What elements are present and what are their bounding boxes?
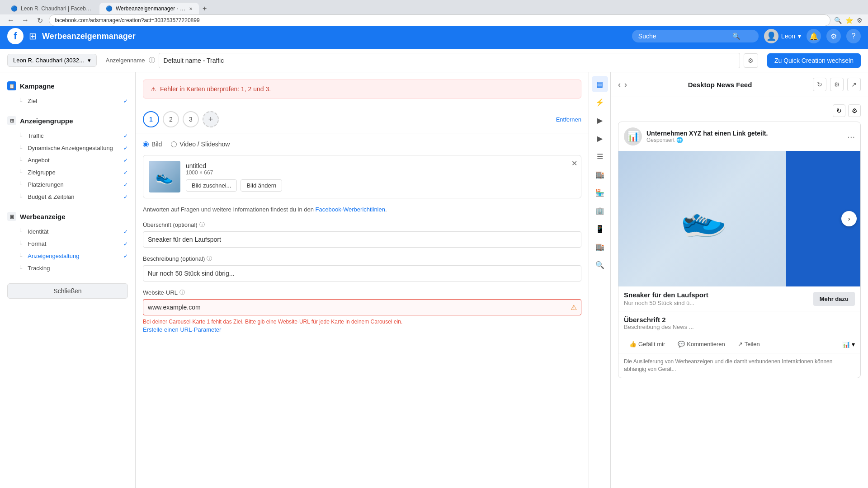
image-remove-icon[interactable]: ✕ — [571, 159, 577, 168]
account-selector[interactable]: Leon R. Chaudhari (3032... ▾ — [7, 54, 97, 67]
card-tab-1-label: 1 — [149, 116, 153, 123]
tab-favicon-1: 🔵 — [11, 5, 17, 12]
forward-button[interactable]: → — [20, 15, 31, 26]
user-badge[interactable]: 👤 Leon ▾ — [764, 29, 801, 43]
settings-button[interactable]: ⚙ — [826, 29, 841, 43]
werbeanzeige-label: Werbeanzeige — [20, 213, 66, 221]
info-link[interactable]: Facebook-Werberichtlinien — [316, 206, 385, 213]
card-tab-2[interactable]: 2 — [163, 111, 179, 127]
search-icon[interactable]: 🔍 — [732, 33, 740, 40]
preview-next-button[interactable]: › — [624, 80, 627, 89]
help-button[interactable]: ? — [846, 29, 861, 43]
preview-tool-news-feed[interactable]: ▤ — [592, 76, 608, 92]
change-image-button[interactable]: Bild ändern — [241, 179, 282, 192]
preview-external-button[interactable]: ↗ — [847, 78, 861, 91]
share-button[interactable]: ↗ Teilen — [732, 338, 765, 350]
facebook-logo: f — [7, 28, 24, 44]
radio-bild-input[interactable] — [143, 141, 149, 147]
sidebar: 📋 Kampagne └ Ziel ✓ ⊞ Anzeigengruppe └ T… — [0, 72, 136, 488]
sidebar-item-format[interactable]: └ Format ✓ — [7, 238, 128, 250]
sidebar-item-angebot[interactable]: └ Angebot ✓ — [7, 154, 128, 166]
sidebar-section-anzeigengruppe: ⊞ Anzeigengruppe └ Traffic ✓ └ Dynamisch… — [7, 116, 128, 203]
sidebar-item-platzierungen[interactable]: └ Platzierungen ✓ — [7, 178, 128, 191]
tab-facebook[interactable]: 🔵 Leon R. Chaudhari | Facebook — [5, 3, 99, 14]
globe-icon: 🌐 — [676, 137, 683, 143]
sidebar-item-tracking[interactable]: └ Tracking — [7, 262, 128, 274]
sidebar-item-zielgruppe[interactable]: └ Zielgruppe ✓ — [7, 166, 128, 178]
preview-tool-play[interactable]: ▶ — [592, 112, 608, 128]
add-tab-icon: + — [208, 115, 213, 124]
sidebar-item-anzeigengestaltung[interactable]: └ Anzeigengestaltung ✓ — [7, 250, 128, 262]
preview-settings-button[interactable]: ⚙ — [830, 78, 844, 91]
preview-content: ↻ ⚙ 📊 Unternehmen XYZ hat einen Link get… — [611, 97, 868, 488]
preview-tool-store4[interactable]: 🏬 — [592, 239, 608, 255]
user-name: Leon — [781, 33, 795, 40]
form-body: Bild Video / Slideshow 👟 untitled 1000 ×… — [136, 133, 589, 347]
sidebar-label-ziel: Ziel — [28, 98, 37, 104]
preview-tool-play2[interactable]: ▶ — [592, 130, 608, 146]
check-icon-format: ✓ — [123, 241, 128, 247]
quick-creation-button[interactable]: Zu Quick Creation wechseln — [767, 53, 861, 68]
carousel-next-button[interactable]: › — [841, 211, 857, 226]
preview-tool-store[interactable]: 🏬 — [592, 166, 608, 183]
preview-tool-store3[interactable]: 🏢 — [592, 202, 608, 219]
preview-tool-mobile[interactable]: 📱 — [592, 221, 608, 237]
radio-bild[interactable]: Bild — [143, 141, 162, 148]
radio-video[interactable]: Video / Slideshow — [171, 141, 230, 148]
sidebar-item-traffic[interactable]: └ Traffic ✓ — [7, 130, 128, 142]
desc-info-icon: ⓘ — [207, 255, 212, 263]
mehr-dazu-button[interactable]: Mehr dazu — [813, 292, 855, 306]
close-button[interactable]: Schließen — [7, 283, 128, 299]
crop-button[interactable]: Bild zuschnei... — [186, 179, 237, 192]
card-tab-1[interactable]: 1 — [143, 111, 159, 127]
url-input[interactable] — [143, 299, 581, 315]
radio-video-label: Video / Slideshow — [179, 141, 230, 148]
preview-action-1[interactable]: ↻ — [833, 104, 845, 117]
sidebar-item-ziel[interactable]: └ Ziel ✓ — [7, 95, 128, 107]
search-bar[interactable]: 🔍 — [632, 30, 759, 42]
tab-adsmanager[interactable]: 🔵 Werbeanzeigenmanager - Cr... ✕ — [99, 3, 199, 14]
account-dropdown-icon: ▾ — [88, 57, 91, 64]
address-bar[interactable]: facebook.com/adsmanager/creation?act=303… — [49, 14, 830, 26]
sidebar-item-dynamische[interactable]: └ Dynamische Anzeigengestaltung ✓ — [7, 142, 128, 154]
title-input[interactable] — [143, 231, 581, 248]
preview-tool-search[interactable]: 🔍 — [592, 257, 608, 273]
card-tab-3[interactable]: 3 — [183, 111, 199, 127]
preview-refresh-button[interactable]: ↻ — [813, 78, 826, 91]
radio-video-input[interactable] — [171, 141, 177, 147]
preview-tool-flash[interactable]: ⚡ — [592, 94, 608, 110]
comment-button[interactable]: 💬 Kommentieren — [672, 338, 731, 350]
tab-add-button[interactable]: + — [199, 3, 210, 14]
post-more-icon[interactable]: ··· — [847, 131, 855, 142]
ad-settings-button[interactable]: ⚙ — [744, 53, 758, 68]
url-info-icon: ⓘ — [179, 289, 185, 296]
post-disclaimer: Die Auslieferung von Werbeanzeigen und d… — [618, 353, 860, 378]
notifications-button[interactable]: 🔔 — [807, 29, 821, 43]
sidebar-item-identitaet[interactable]: └ Identität ✓ — [7, 225, 128, 238]
image-actions: Bild zuschnei... Bild ändern — [186, 179, 576, 192]
post-header: 📊 Unternehmen XYZ hat einen Link geteilt… — [618, 122, 860, 151]
error-text: Fehler in Karten überprüfen: 1, 2 und 3. — [160, 85, 271, 93]
preview-tool-store2[interactable]: 🏪 — [592, 184, 608, 201]
avatar: 👤 — [764, 29, 778, 43]
sidebar-item-budget[interactable]: └ Budget & Zeitplan ✓ — [7, 191, 128, 203]
grid-icon[interactable]: ⊞ — [29, 31, 37, 42]
search-input[interactable] — [638, 33, 729, 40]
tab-label-1: Leon R. Chaudhari | Facebook — [21, 5, 93, 12]
desc-input[interactable] — [143, 265, 581, 282]
ad-name-input[interactable] — [159, 53, 740, 68]
reload-button[interactable]: ↻ — [34, 15, 45, 26]
back-button[interactable]: ← — [5, 15, 16, 26]
remove-button[interactable]: Entfernen — [556, 116, 581, 123]
tab-close-icon[interactable]: ✕ — [189, 6, 193, 11]
share-icon: ↗ — [738, 341, 743, 347]
preview-tool-align[interactable]: ☰ — [592, 148, 608, 164]
url-param-link[interactable]: Erstelle einen URL-Parameter — [143, 326, 221, 333]
account-label: Leon R. Chaudhari (3032... — [13, 57, 84, 64]
sponsored-text: Gesponsert — [646, 137, 675, 143]
card-tab-add[interactable]: + — [203, 111, 219, 127]
like-button[interactable]: 👍 Gefällt mir — [624, 338, 670, 350]
preview-prev-button[interactable]: ‹ — [618, 80, 621, 89]
preview-action-2[interactable]: ⚙ — [848, 104, 861, 117]
action-stats[interactable]: 📊 ▾ — [842, 341, 855, 348]
